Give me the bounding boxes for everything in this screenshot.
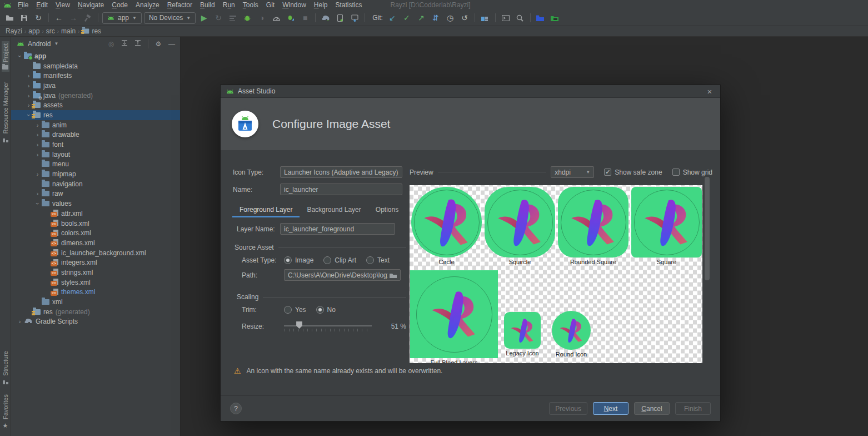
preview-icon-circle[interactable]: [411, 187, 482, 257]
chevron-right-icon[interactable]: ›: [33, 141, 42, 148]
menu-item-window[interactable]: Window: [278, 1, 310, 9]
stop-icon[interactable]: ■: [299, 12, 311, 23]
git-update-icon[interactable]: ↙: [386, 12, 398, 23]
git-push-icon[interactable]: ↗: [415, 12, 427, 23]
gradle-sync-icon[interactable]: [320, 12, 332, 23]
run-configuration-select[interactable]: app ▼: [102, 12, 142, 24]
profiler-icon[interactable]: [270, 12, 282, 23]
tree-item-mipmap[interactable]: ›mipmap: [11, 169, 180, 179]
sync-icon[interactable]: ↻: [32, 12, 44, 23]
expand-all-icon[interactable]: [119, 39, 129, 48]
tree-item-strings-xml[interactable]: <>strings.xml: [11, 267, 180, 278]
menu-item-build[interactable]: Build: [196, 1, 219, 9]
device-select[interactable]: No Devices ▼: [144, 12, 196, 24]
tree-item-app[interactable]: ›app: [11, 51, 180, 61]
preview-icon-full-bleed-layers[interactable]: [410, 270, 498, 358]
next-button[interactable]: Next: [593, 402, 628, 415]
icon-type-select[interactable]: Launcher Icons (Adaptive and Legacy) ▼: [280, 166, 402, 178]
tree-item-navigation[interactable]: navigation: [11, 179, 180, 189]
locate-file-icon[interactable]: ◎: [106, 40, 116, 48]
preview-scrollbar[interactable]: [705, 177, 710, 280]
device-manager-icon[interactable]: [334, 12, 346, 23]
tab-options[interactable]: Options: [368, 203, 406, 217]
tree-item-anim[interactable]: ›anim: [11, 120, 180, 130]
chevron-right-icon[interactable]: ›: [24, 92, 33, 99]
search-icon[interactable]: [514, 12, 526, 23]
menu-item-statistics[interactable]: Statistics: [332, 1, 366, 9]
blue-folder-icon[interactable]: [535, 12, 547, 23]
radio-no[interactable]: No: [316, 306, 336, 314]
tool-window-favorites[interactable]: Favorites★: [2, 394, 9, 429]
menu-item-code[interactable]: Code: [108, 1, 132, 9]
tree-item-res[interactable]: ›res: [11, 110, 180, 120]
close-icon[interactable]: ×: [705, 87, 715, 96]
tree-item-ic-launcher-background-xml[interactable]: <>ic_launcher_background.xml: [11, 248, 180, 258]
menu-item-run[interactable]: Run: [219, 1, 239, 9]
tree-item-menu[interactable]: menu: [11, 160, 180, 170]
tree-item-manifests[interactable]: ›manifests: [11, 71, 180, 81]
tree-item-font[interactable]: ›font: [11, 140, 180, 150]
radio-image[interactable]: Image: [284, 256, 313, 264]
show-grid-checkbox[interactable]: Show grid: [672, 169, 712, 176]
tab-background-layer[interactable]: Background Layer: [300, 203, 368, 217]
preview-icon-square[interactable]: [631, 187, 702, 257]
tree-item-sampledata[interactable]: sampledata: [11, 61, 180, 71]
breadcrumb-item-main[interactable]: main: [61, 27, 76, 35]
chevron-right-icon[interactable]: ›: [16, 318, 24, 325]
restart-icon[interactable]: ↻: [212, 12, 225, 23]
menu-item-help[interactable]: Help: [310, 1, 332, 9]
tab-foreground-layer[interactable]: Foreground Layer: [232, 203, 300, 217]
chevron-down-icon[interactable]: ›: [16, 53, 24, 60]
rollback-icon[interactable]: ↺: [458, 12, 471, 23]
project-view-select[interactable]: Android: [28, 40, 51, 48]
tree-item-integers-xml[interactable]: <>integers.xml: [11, 257, 180, 267]
dialog-title-bar[interactable]: Asset Studio ×: [221, 85, 720, 98]
tree-item-drawable[interactable]: ›drawable: [11, 130, 180, 140]
tree-item-raw[interactable]: ›raw: [11, 189, 180, 199]
attach-debugger-icon[interactable]: [285, 12, 297, 23]
breadcrumb-item-rayzi[interactable]: Rayzi: [6, 27, 22, 35]
radio-clip-art[interactable]: Clip Art: [323, 256, 356, 264]
help-button[interactable]: ?: [230, 403, 242, 414]
run-icon[interactable]: ▶: [198, 12, 210, 23]
collapse-all-icon[interactable]: [133, 39, 143, 48]
tree-item-res-generated[interactable]: res(generated): [11, 307, 180, 317]
tree-item-gradle-scripts[interactable]: ›Gradle Scripts: [11, 317, 180, 327]
back-arrow-icon[interactable]: ←: [53, 12, 65, 23]
tool-window-resource-manager[interactable]: Resource Manager: [2, 82, 9, 142]
menu-item-file[interactable]: File: [14, 1, 32, 9]
breadcrumb-item-src[interactable]: src: [46, 27, 55, 35]
tree-item-styles-xml[interactable]: <>styles.xml: [11, 278, 180, 288]
apply-changes-icon[interactable]: [227, 12, 239, 23]
preview-icon-rounded-square[interactable]: [558, 187, 628, 257]
chevron-right-icon[interactable]: ›: [33, 190, 42, 197]
tree-item-themes-xml[interactable]: <>themes.xml: [11, 288, 180, 298]
menu-item-git[interactable]: Git: [262, 1, 278, 9]
path-input[interactable]: C:\Users\A\OneDrive\Desktop\log11o.p: [284, 269, 401, 281]
open-folder-icon[interactable]: [3, 12, 16, 23]
profiler-attach-icon[interactable]: ◑: [256, 12, 268, 23]
layout-inspector-icon[interactable]: [479, 12, 491, 23]
tool-window-structure[interactable]: Structure: [2, 351, 9, 384]
name-input[interactable]: ic_launcher: [280, 184, 402, 195]
preview-icon-squircle[interactable]: [485, 187, 555, 257]
tree-item-values[interactable]: ›values: [11, 199, 180, 209]
chevron-right-icon[interactable]: ›: [33, 122, 42, 128]
breadcrumb-item-app[interactable]: app: [28, 27, 39, 35]
tree-item-assets[interactable]: ›assets: [11, 100, 180, 110]
hide-panel-icon[interactable]: —: [167, 40, 177, 48]
tree-item-colors-xml[interactable]: <>colors.xml: [11, 228, 180, 238]
chevron-right-icon[interactable]: ›: [33, 151, 42, 158]
sdk-manager-icon[interactable]: [348, 12, 361, 23]
green-folder-icon[interactable]: [549, 12, 561, 23]
tree-item-dimens-xml[interactable]: <>dimens.xml: [11, 238, 180, 248]
history-icon[interactable]: ◷: [444, 12, 456, 23]
radio-yes[interactable]: Yes: [284, 306, 306, 314]
save-icon[interactable]: [18, 12, 30, 23]
git-commit-icon[interactable]: ✓: [401, 12, 413, 23]
browse-folder-icon[interactable]: [388, 270, 399, 280]
slider-handle[interactable]: [296, 321, 302, 329]
menu-item-navigate[interactable]: Navigate: [74, 1, 108, 9]
menu-item-refactor[interactable]: Refactor: [163, 1, 196, 9]
preview-icon-round-icon[interactable]: [552, 311, 591, 350]
